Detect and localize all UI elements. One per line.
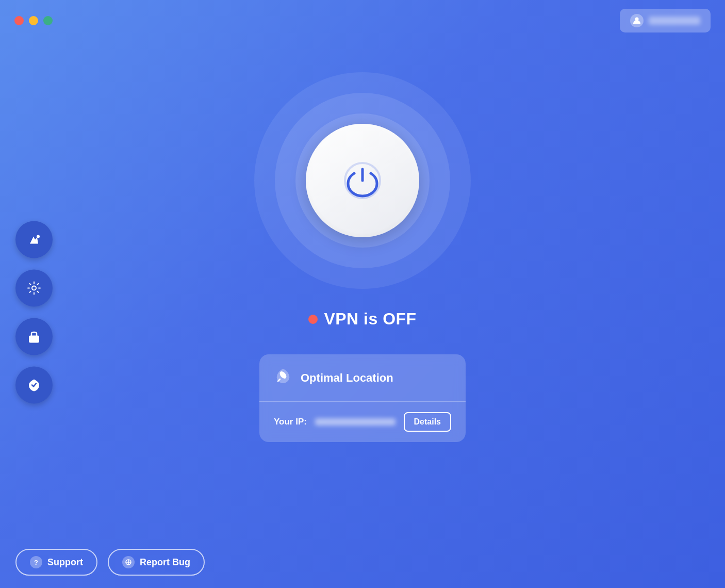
window-controls: [14, 16, 53, 25]
report-bug-label: Report Bug: [140, 557, 190, 568]
rocket-icon: [274, 367, 292, 389]
report-bug-button[interactable]: Report Bug: [108, 549, 205, 576]
svg-point-7: [282, 374, 285, 378]
user-name-blurred: [649, 17, 700, 25]
close-button[interactable]: [14, 16, 24, 25]
maximize-button[interactable]: [43, 16, 53, 25]
user-account-button[interactable]: [620, 9, 711, 32]
title-bar: [0, 0, 725, 41]
location-name: Optimal Location: [301, 371, 393, 385]
support-button[interactable]: ? Support: [15, 549, 97, 576]
bottom-bar: ? Support Report Bug: [0, 536, 725, 588]
minimize-button[interactable]: [29, 16, 38, 25]
support-icon: ?: [30, 556, 42, 568]
power-rings: [254, 72, 471, 289]
main-content: VPN is OFF Optimal Location Your IP: Det…: [0, 41, 725, 588]
user-icon: [630, 14, 644, 27]
status-dot: [308, 315, 318, 324]
details-button[interactable]: Details: [404, 412, 451, 432]
ip-label: Your IP:: [274, 417, 307, 427]
support-label: Support: [47, 557, 83, 568]
location-header: Optimal Location: [259, 354, 466, 402]
ip-address-blurred: [315, 418, 396, 426]
bug-icon: [122, 556, 135, 568]
location-card[interactable]: Optimal Location Your IP: Details: [259, 354, 466, 442]
power-button[interactable]: [306, 124, 419, 237]
location-footer: Your IP: Details: [259, 402, 466, 442]
vpn-status: VPN is OFF: [308, 309, 416, 329]
vpn-status-label: VPN is OFF: [324, 309, 416, 329]
